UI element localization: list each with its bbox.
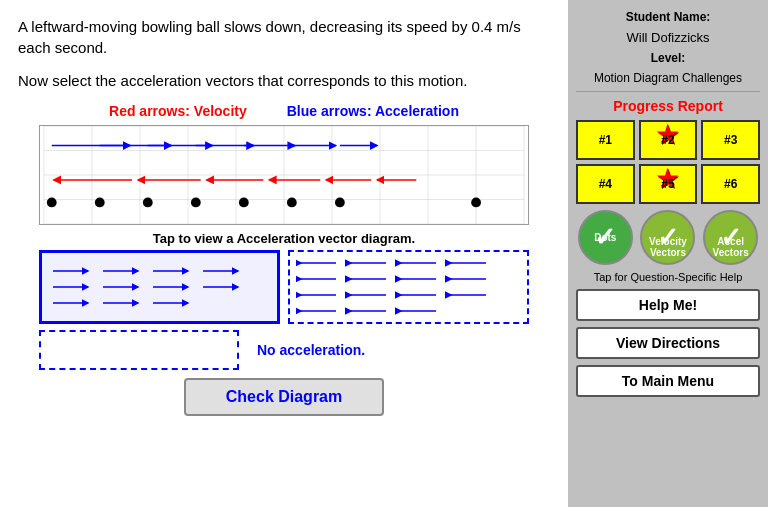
- tap-text[interactable]: Tap to view a Acceleration vector diagra…: [153, 231, 415, 246]
- sidebar: Student Name: Will Dofizzicks Level: Mot…: [568, 0, 768, 507]
- progress-cell-2[interactable]: ★ #2: [639, 120, 698, 160]
- level-value: Motion Diagram Challenges: [594, 71, 742, 85]
- velocity-diagram: [39, 125, 529, 225]
- student-name: Will Dofizzicks: [626, 30, 709, 45]
- progress-grid: #1 ★ #2 #3 #4 ★ #5 #6: [576, 120, 760, 204]
- no-accel-choice[interactable]: [39, 330, 239, 370]
- main-content: A leftward-moving bowling ball slows dow…: [0, 0, 568, 507]
- legend-red: Red arrows: Velocity: [109, 103, 247, 119]
- view-directions-button[interactable]: View Directions: [576, 327, 760, 359]
- accel-label: AccelVectors: [713, 236, 749, 258]
- cell-2-label: #2: [661, 133, 674, 147]
- dots-label: Dots: [594, 232, 616, 243]
- cell-6-label: #6: [724, 177, 737, 191]
- bottom-row: No acceleration.: [39, 330, 529, 370]
- progress-cell-5[interactable]: ★ #5: [639, 164, 698, 204]
- progress-cell-4[interactable]: #4: [576, 164, 635, 204]
- cell-3-label: #3: [724, 133, 737, 147]
- diagram-area: Red arrows: Velocity Blue arrows: Accele…: [18, 103, 550, 416]
- progress-cell-1[interactable]: #1: [576, 120, 635, 160]
- legend: Red arrows: Velocity Blue arrows: Accele…: [109, 103, 459, 119]
- help-me-button[interactable]: Help Me!: [576, 289, 760, 321]
- choice-1[interactable]: [39, 250, 280, 324]
- svg-point-34: [287, 198, 297, 208]
- cell-4-label: #4: [599, 177, 612, 191]
- choice-2[interactable]: [288, 250, 529, 324]
- cell-1-label: #1: [599, 133, 612, 147]
- svg-point-36: [471, 198, 481, 208]
- svg-point-31: [143, 198, 153, 208]
- svg-point-33: [239, 198, 249, 208]
- svg-point-29: [47, 198, 57, 208]
- cell-5-label: #5: [661, 177, 674, 191]
- accel-circle-btn[interactable]: ✓ AccelVectors: [703, 210, 758, 265]
- svg-point-35: [335, 198, 345, 208]
- velocity-label: VelocityVectors: [649, 236, 687, 258]
- student-name-label: Student Name:: [626, 10, 711, 24]
- progress-cell-3[interactable]: #3: [701, 120, 760, 160]
- progress-report-title: Progress Report: [613, 98, 723, 114]
- svg-point-30: [95, 198, 105, 208]
- no-accel-label: No acceleration.: [257, 342, 365, 358]
- main-menu-button[interactable]: To Main Menu: [576, 365, 760, 397]
- problem-text: A leftward-moving bowling ball slows dow…: [18, 16, 550, 58]
- progress-cell-6[interactable]: #6: [701, 164, 760, 204]
- svg-point-32: [191, 198, 201, 208]
- select-text: Now select the acceleration vectors that…: [18, 70, 550, 91]
- circular-buttons: ✓ Dots ✓ VelocityVectors ✓ AccelVectors: [576, 210, 760, 265]
- legend-blue: Blue arrows: Acceleration: [287, 103, 459, 119]
- answer-choices: [39, 250, 529, 324]
- divider-1: [576, 91, 760, 92]
- help-text: Tap for Question-Specific Help: [594, 271, 743, 283]
- velocity-circle-btn[interactable]: ✓ VelocityVectors: [640, 210, 695, 265]
- check-diagram-button[interactable]: Check Diagram: [184, 378, 385, 416]
- level-label: Level:: [651, 51, 686, 65]
- dots-circle-btn[interactable]: ✓ Dots: [578, 210, 633, 265]
